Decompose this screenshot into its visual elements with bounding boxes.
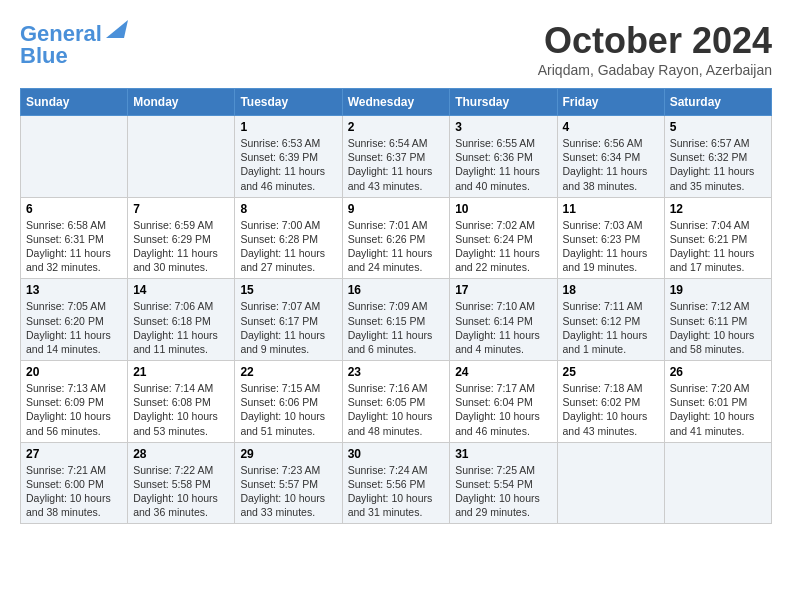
day-number: 7: [133, 202, 229, 216]
day-info: Sunrise: 7:21 AMSunset: 6:00 PMDaylight:…: [26, 463, 122, 520]
day-info: Sunrise: 7:03 AMSunset: 6:23 PMDaylight:…: [563, 218, 659, 275]
day-info: Sunrise: 7:14 AMSunset: 6:08 PMDaylight:…: [133, 381, 229, 438]
calendar-cell: 18Sunrise: 7:11 AMSunset: 6:12 PMDayligh…: [557, 279, 664, 361]
day-number: 26: [670, 365, 766, 379]
day-info: Sunrise: 6:57 AMSunset: 6:32 PMDaylight:…: [670, 136, 766, 193]
day-number: 27: [26, 447, 122, 461]
day-number: 9: [348, 202, 445, 216]
header-tuesday: Tuesday: [235, 89, 342, 116]
location: Ariqdam, Gadabay Rayon, Azerbaijan: [538, 62, 772, 78]
day-number: 11: [563, 202, 659, 216]
calendar-cell: 6Sunrise: 6:58 AMSunset: 6:31 PMDaylight…: [21, 197, 128, 279]
calendar-cell: 24Sunrise: 7:17 AMSunset: 6:04 PMDayligh…: [450, 361, 557, 443]
header-monday: Monday: [128, 89, 235, 116]
calendar-week-5: 27Sunrise: 7:21 AMSunset: 6:00 PMDayligh…: [21, 442, 772, 524]
day-number: 2: [348, 120, 445, 134]
header-wednesday: Wednesday: [342, 89, 450, 116]
day-number: 14: [133, 283, 229, 297]
day-info: Sunrise: 7:24 AMSunset: 5:56 PMDaylight:…: [348, 463, 445, 520]
calendar-cell: 30Sunrise: 7:24 AMSunset: 5:56 PMDayligh…: [342, 442, 450, 524]
day-info: Sunrise: 7:20 AMSunset: 6:01 PMDaylight:…: [670, 381, 766, 438]
day-number: 31: [455, 447, 551, 461]
calendar-cell: 28Sunrise: 7:22 AMSunset: 5:58 PMDayligh…: [128, 442, 235, 524]
calendar-cell: 10Sunrise: 7:02 AMSunset: 6:24 PMDayligh…: [450, 197, 557, 279]
day-info: Sunrise: 7:05 AMSunset: 6:20 PMDaylight:…: [26, 299, 122, 356]
day-info: Sunrise: 7:09 AMSunset: 6:15 PMDaylight:…: [348, 299, 445, 356]
day-info: Sunrise: 7:00 AMSunset: 6:28 PMDaylight:…: [240, 218, 336, 275]
calendar-cell: [128, 116, 235, 198]
calendar-week-1: 1Sunrise: 6:53 AMSunset: 6:39 PMDaylight…: [21, 116, 772, 198]
calendar-cell: [664, 442, 771, 524]
day-number: 8: [240, 202, 336, 216]
day-number: 13: [26, 283, 122, 297]
day-number: 6: [26, 202, 122, 216]
day-info: Sunrise: 7:17 AMSunset: 6:04 PMDaylight:…: [455, 381, 551, 438]
day-number: 21: [133, 365, 229, 379]
calendar-cell: [557, 442, 664, 524]
day-number: 22: [240, 365, 336, 379]
day-info: Sunrise: 7:13 AMSunset: 6:09 PMDaylight:…: [26, 381, 122, 438]
calendar-header-row: SundayMondayTuesdayWednesdayThursdayFrid…: [21, 89, 772, 116]
day-number: 1: [240, 120, 336, 134]
calendar-cell: 1Sunrise: 6:53 AMSunset: 6:39 PMDaylight…: [235, 116, 342, 198]
calendar-cell: 25Sunrise: 7:18 AMSunset: 6:02 PMDayligh…: [557, 361, 664, 443]
day-info: Sunrise: 7:06 AMSunset: 6:18 PMDaylight:…: [133, 299, 229, 356]
calendar-cell: 16Sunrise: 7:09 AMSunset: 6:15 PMDayligh…: [342, 279, 450, 361]
header-friday: Friday: [557, 89, 664, 116]
svg-marker-0: [106, 20, 128, 38]
calendar-cell: 20Sunrise: 7:13 AMSunset: 6:09 PMDayligh…: [21, 361, 128, 443]
calendar-cell: 11Sunrise: 7:03 AMSunset: 6:23 PMDayligh…: [557, 197, 664, 279]
header-sunday: Sunday: [21, 89, 128, 116]
calendar-cell: 22Sunrise: 7:15 AMSunset: 6:06 PMDayligh…: [235, 361, 342, 443]
day-number: 18: [563, 283, 659, 297]
day-number: 23: [348, 365, 445, 379]
day-info: Sunrise: 7:18 AMSunset: 6:02 PMDaylight:…: [563, 381, 659, 438]
calendar-cell: 3Sunrise: 6:55 AMSunset: 6:36 PMDaylight…: [450, 116, 557, 198]
day-info: Sunrise: 7:15 AMSunset: 6:06 PMDaylight:…: [240, 381, 336, 438]
header-thursday: Thursday: [450, 89, 557, 116]
calendar-cell: 17Sunrise: 7:10 AMSunset: 6:14 PMDayligh…: [450, 279, 557, 361]
calendar-table: SundayMondayTuesdayWednesdayThursdayFrid…: [20, 88, 772, 524]
page-header: General Blue October 2024 Ariqdam, Gadab…: [20, 20, 772, 78]
day-number: 24: [455, 365, 551, 379]
day-info: Sunrise: 7:04 AMSunset: 6:21 PMDaylight:…: [670, 218, 766, 275]
day-number: 20: [26, 365, 122, 379]
calendar-cell: 23Sunrise: 7:16 AMSunset: 6:05 PMDayligh…: [342, 361, 450, 443]
calendar-cell: 27Sunrise: 7:21 AMSunset: 6:00 PMDayligh…: [21, 442, 128, 524]
day-number: 30: [348, 447, 445, 461]
day-info: Sunrise: 7:12 AMSunset: 6:11 PMDaylight:…: [670, 299, 766, 356]
calendar-cell: 8Sunrise: 7:00 AMSunset: 6:28 PMDaylight…: [235, 197, 342, 279]
day-number: 15: [240, 283, 336, 297]
day-info: Sunrise: 7:22 AMSunset: 5:58 PMDaylight:…: [133, 463, 229, 520]
day-number: 5: [670, 120, 766, 134]
day-info: Sunrise: 6:58 AMSunset: 6:31 PMDaylight:…: [26, 218, 122, 275]
calendar-cell: 14Sunrise: 7:06 AMSunset: 6:18 PMDayligh…: [128, 279, 235, 361]
day-info: Sunrise: 6:56 AMSunset: 6:34 PMDaylight:…: [563, 136, 659, 193]
day-number: 10: [455, 202, 551, 216]
calendar-cell: 21Sunrise: 7:14 AMSunset: 6:08 PMDayligh…: [128, 361, 235, 443]
calendar-cell: 15Sunrise: 7:07 AMSunset: 6:17 PMDayligh…: [235, 279, 342, 361]
calendar-week-3: 13Sunrise: 7:05 AMSunset: 6:20 PMDayligh…: [21, 279, 772, 361]
day-number: 28: [133, 447, 229, 461]
calendar-cell: 7Sunrise: 6:59 AMSunset: 6:29 PMDaylight…: [128, 197, 235, 279]
day-info: Sunrise: 7:01 AMSunset: 6:26 PMDaylight:…: [348, 218, 445, 275]
logo-text: General: [20, 23, 102, 45]
calendar-cell: 9Sunrise: 7:01 AMSunset: 6:26 PMDaylight…: [342, 197, 450, 279]
day-number: 3: [455, 120, 551, 134]
day-number: 29: [240, 447, 336, 461]
title-section: October 2024 Ariqdam, Gadabay Rayon, Aze…: [538, 20, 772, 78]
calendar-week-2: 6Sunrise: 6:58 AMSunset: 6:31 PMDaylight…: [21, 197, 772, 279]
calendar-cell: 13Sunrise: 7:05 AMSunset: 6:20 PMDayligh…: [21, 279, 128, 361]
day-info: Sunrise: 6:59 AMSunset: 6:29 PMDaylight:…: [133, 218, 229, 275]
day-number: 4: [563, 120, 659, 134]
day-number: 19: [670, 283, 766, 297]
logo: General Blue: [20, 20, 128, 67]
calendar-cell: 26Sunrise: 7:20 AMSunset: 6:01 PMDayligh…: [664, 361, 771, 443]
calendar-cell: 4Sunrise: 6:56 AMSunset: 6:34 PMDaylight…: [557, 116, 664, 198]
day-info: Sunrise: 7:07 AMSunset: 6:17 PMDaylight:…: [240, 299, 336, 356]
day-info: Sunrise: 6:53 AMSunset: 6:39 PMDaylight:…: [240, 136, 336, 193]
day-number: 25: [563, 365, 659, 379]
day-info: Sunrise: 6:54 AMSunset: 6:37 PMDaylight:…: [348, 136, 445, 193]
day-info: Sunrise: 6:55 AMSunset: 6:36 PMDaylight:…: [455, 136, 551, 193]
day-info: Sunrise: 7:11 AMSunset: 6:12 PMDaylight:…: [563, 299, 659, 356]
